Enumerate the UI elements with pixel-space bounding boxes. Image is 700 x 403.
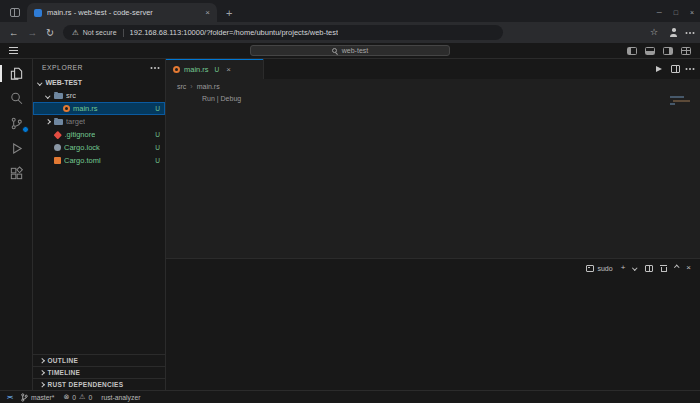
toolbar-actions: ☆ [650, 28, 691, 37]
new-terminal-icon[interactable]: + [621, 264, 626, 272]
chevron-right-icon [46, 119, 51, 124]
explorer-title: EXPLORER [42, 64, 83, 71]
terminal-tab-sudo[interactable]: sudo [586, 265, 612, 272]
explorer-item-cargo-lock[interactable]: Cargo.lockU [33, 141, 165, 154]
run-file-icon[interactable] [656, 66, 662, 72]
file-name: main.rs [73, 104, 98, 113]
terminal-title: sudo [597, 265, 612, 272]
terminal-icon [586, 265, 594, 272]
git-status-badge: U [155, 105, 160, 112]
explorer-more-icon[interactable] [154, 67, 156, 69]
section-label: RUST DEPENDENCIES [48, 381, 124, 388]
git-status-badge: U [155, 144, 160, 151]
git-branch-status[interactable]: master* [21, 393, 54, 402]
file-name: .gitignore [65, 130, 96, 139]
codelens-debug[interactable]: Debug [221, 95, 242, 102]
browser-tab[interactable]: main.rs - web-test - code-server × [27, 3, 217, 22]
errors-count: 0 [72, 394, 76, 401]
git-status-badge: U [155, 157, 160, 164]
editor-tab-close-icon[interactable]: × [226, 65, 231, 74]
breadcrumb-main-rs[interactable]: main.rs [197, 83, 220, 90]
kill-terminal-icon[interactable] [661, 267, 667, 272]
editor-more-actions-icon[interactable] [689, 68, 691, 70]
section-rust-dependencies[interactable]: RUST DEPENDENCIES [33, 378, 165, 390]
toggle-panel-icon[interactable] [645, 47, 655, 55]
rust-file-icon [63, 105, 70, 112]
problems-status[interactable]: ⊗ 0 ⚠ 0 [63, 393, 92, 401]
window-minimize-icon[interactable]: ─ [657, 9, 662, 16]
terminal-dropdown-icon[interactable] [633, 266, 638, 271]
menu-icon[interactable] [9, 50, 18, 51]
minimap[interactable] [670, 96, 692, 107]
new-tab-button[interactable]: + [226, 8, 232, 18]
search-icon [332, 48, 337, 53]
errors-icon: ⊗ [63, 393, 69, 401]
profile-icon[interactable] [669, 28, 678, 37]
explorer-item-cargo-toml[interactable]: Cargo.tomlU [33, 154, 165, 167]
lock-file-icon [54, 144, 61, 151]
rust-analyzer-label: rust-analyzer [101, 394, 140, 401]
favorites-star-icon[interactable]: ☆ [650, 28, 658, 37]
sidebar-sections: OUTLINETIMELINERUST DEPENDENCIES [33, 354, 165, 390]
workspace-root[interactable]: WEB-TEST [33, 76, 165, 89]
vscode-workbench: web-test [0, 43, 700, 403]
source-control-activity-icon[interactable] [0, 111, 33, 136]
chevron-right-icon [39, 358, 44, 363]
minimap-mark [670, 96, 684, 98]
explorer-item-target[interactable]: target [33, 115, 165, 128]
file-name: Cargo.lock [64, 143, 100, 152]
explorer-header: EXPLORER [33, 59, 165, 76]
code-editor[interactable]: Run | Debug [166, 93, 700, 258]
refresh-icon[interactable]: ↻ [46, 28, 54, 38]
explorer-item--gitignore[interactable]: .gitignoreU [33, 128, 165, 141]
explorer-item-src[interactable]: src [33, 89, 165, 102]
tab-close-icon[interactable]: × [205, 9, 210, 17]
command-center-search[interactable]: web-test [250, 45, 450, 56]
run-debug-activity-icon[interactable] [0, 136, 33, 161]
section-outline[interactable]: OUTLINE [33, 354, 165, 366]
url-text: 192.168.68.113:10000/?folder=/home/ubunt… [130, 28, 339, 37]
terminal-output[interactable] [166, 277, 700, 390]
customize-layout-icon[interactable] [681, 47, 691, 55]
workspace-root-label: WEB-TEST [46, 79, 83, 86]
status-bar: >< master* ⊗ 0 ⚠ 0 rust-analyzer [0, 390, 700, 403]
twisty [45, 94, 51, 98]
explorer-sidebar: EXPLORER WEB-TEST srcmain.rsUtarget.giti… [33, 59, 166, 390]
split-terminal-icon[interactable] [645, 265, 653, 272]
window-maximize-icon[interactable]: □ [674, 9, 678, 16]
editor-tab-main-rs[interactable]: main.rs U × [166, 59, 264, 79]
explorer-activity-icon[interactable] [0, 61, 33, 86]
git-file-icon [54, 131, 62, 139]
section-timeline[interactable]: TIMELINE [33, 366, 165, 378]
toml-file-icon [54, 157, 61, 164]
split-editor-icon[interactable] [671, 65, 680, 73]
extensions-activity-icon[interactable] [0, 161, 33, 186]
toggle-secondary-sidebar-icon[interactable] [663, 47, 673, 55]
browser-menu-icon[interactable] [689, 32, 691, 34]
minimap-mark [670, 103, 675, 105]
window-controls: ─ □ × [657, 9, 694, 16]
close-panel-icon[interactable]: × [686, 264, 691, 272]
twisty [45, 120, 51, 124]
file-tree: srcmain.rsUtarget.gitignoreUCargo.lockUC… [33, 89, 165, 167]
search-activity-icon[interactable] [0, 86, 33, 111]
maximize-panel-icon[interactable] [674, 266, 679, 271]
folder-file-icon [54, 93, 63, 99]
remote-icon: >< [7, 394, 12, 400]
forward-icon[interactable]: → [28, 28, 38, 38]
back-icon[interactable]: ← [9, 28, 19, 38]
breadcrumb-separator: › [190, 83, 192, 90]
codelens-run[interactable]: Run [202, 95, 215, 102]
window-close-icon[interactable]: × [690, 9, 694, 16]
explorer-item-main-rs[interactable]: main.rsU [33, 102, 165, 115]
bottom-panel: sudo + × [166, 258, 700, 390]
file-name: Cargo.toml [64, 156, 101, 165]
section-label: OUTLINE [48, 357, 79, 364]
tab-actions-icon[interactable] [10, 8, 20, 17]
toggle-sidebar-icon[interactable] [627, 47, 637, 55]
remote-indicator[interactable]: >< [7, 394, 12, 400]
rust-analyzer-status[interactable]: rust-analyzer [101, 394, 140, 401]
breadcrumb-src[interactable]: src [177, 83, 186, 90]
address-bar[interactable]: ⚠ Not secure 192.168.68.113:10000/?folde… [63, 25, 503, 40]
chevron-right-icon [39, 370, 44, 375]
